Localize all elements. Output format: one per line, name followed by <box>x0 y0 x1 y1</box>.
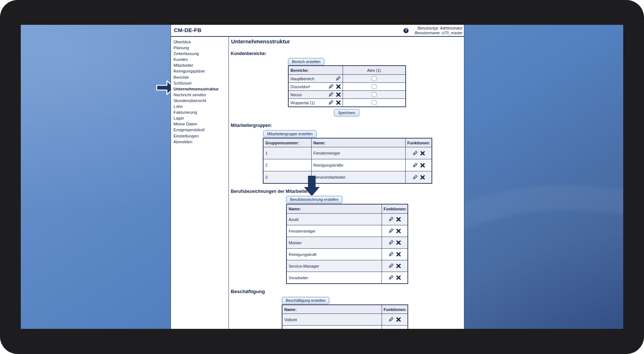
sidebar-item[interactable]: Meine Daten <box>173 121 229 127</box>
delete-x-icon[interactable] <box>336 92 341 97</box>
edit-pencil-icon[interactable] <box>388 275 394 280</box>
edit-pencil-icon[interactable] <box>412 151 418 156</box>
gruppe-row: 1 Fensterreiniger <box>263 147 432 159</box>
speichern-button[interactable]: Speichern <box>334 109 359 116</box>
edit-pencil-icon[interactable] <box>335 76 341 81</box>
edit-pencil-icon[interactable] <box>328 100 333 105</box>
column-header-funktionen: Funktionen: <box>405 138 432 147</box>
sidebar-item[interactable]: Mitarbeiter <box>173 62 229 68</box>
gruppen-name: Reinigungskräfte <box>311 159 405 171</box>
sidebar-item[interactable]: Reinigungspläne <box>173 68 229 74</box>
gruppe-row: 3 Servicemitarbeiter <box>263 171 432 184</box>
sidebar-item[interactable]: Stundenübersicht <box>173 98 229 104</box>
bereich-assign-checkbox[interactable] <box>372 100 376 105</box>
column-header-name: Name: <box>311 138 405 147</box>
berufsbezeichnung-row: Azubi <box>286 214 408 225</box>
column-header-funktionen: Funktionen: <box>382 305 408 314</box>
edit-pencil-icon[interactable] <box>388 252 394 257</box>
bereich-row: Wuppertal (1) <box>288 99 406 107</box>
beschaeftigung-name: Teilzeit <box>282 326 382 329</box>
edit-pencil-icon[interactable] <box>412 163 418 168</box>
beschaeftigung-table: Name: Funktionen: Vollzeit <box>282 304 408 329</box>
berufsbezeichnung-name: Reinigungskraft <box>286 249 382 260</box>
sidebar-item[interactable]: Zeiterfassung <box>173 51 229 57</box>
beschaeftigung-erstellen-button[interactable]: Beschäftigung erstellen <box>282 297 329 304</box>
sidebar-item[interactable]: Kunden <box>173 57 229 62</box>
berufsbezeichnungen-label: Berufsbezeichnungen der Mitarbeiter: <box>231 189 309 194</box>
sidebar-item[interactable]: Ereignisprotokoll <box>173 127 229 133</box>
edit-pencil-icon[interactable] <box>328 84 333 89</box>
gruppe-row: 2 Reinigungskräfte <box>263 159 432 171</box>
edit-pencil-icon[interactable] <box>388 317 394 322</box>
app-window: CM-DE-FB ? Benutzertyp: Administrator Be… <box>171 25 464 329</box>
bereich-assign-checkbox[interactable] <box>372 76 376 81</box>
delete-x-icon[interactable] <box>396 217 401 222</box>
column-header-alex: Alex (1) <box>343 66 406 75</box>
mitarbeitergruppe-erstellen-button[interactable]: Mitarbeitergruppe erstellen <box>264 131 316 137</box>
bereich-assign-checkbox[interactable] <box>372 84 376 89</box>
app-header: CM-DE-FB ? Benutzertyp: Administrator Be… <box>171 25 464 37</box>
sidebar-item[interactable]: Lager <box>173 115 229 121</box>
delete-x-icon[interactable] <box>420 151 425 156</box>
delete-x-icon[interactable] <box>420 163 425 168</box>
sidebar-item[interactable]: Planung <box>173 45 229 51</box>
bereich-name: Neuss <box>290 93 302 97</box>
bereich-name: Düsseldorf <box>290 85 310 89</box>
beschaeftigung-row: Teilzeit <box>282 326 408 329</box>
desktop-wallpaper: CM-DE-FB ? Benutzertyp: Administrator Be… <box>21 25 623 329</box>
edit-pencil-icon[interactable] <box>388 328 394 329</box>
delete-x-icon[interactable] <box>396 229 401 233</box>
delete-x-icon[interactable] <box>420 175 425 180</box>
delete-x-icon[interactable] <box>336 84 341 89</box>
berufsbezeichnung-row: Reinigungskraft <box>286 249 408 260</box>
app-title: CM-DE-FB <box>174 27 202 33</box>
edit-pencil-icon[interactable] <box>388 240 394 245</box>
delete-x-icon[interactable] <box>396 252 401 257</box>
delete-x-icon[interactable] <box>396 264 401 268</box>
gruppen-nummer: 1 <box>263 147 311 159</box>
delete-x-icon[interactable] <box>396 317 401 322</box>
gruppen-nummer: 2 <box>263 159 311 171</box>
delete-x-icon[interactable] <box>336 100 341 105</box>
edit-pencil-icon[interactable] <box>388 263 394 269</box>
sidebar-item[interactable]: Nachricht senden <box>173 92 229 98</box>
gruppen-nummer: 3 <box>263 171 311 184</box>
sidebar-item[interactable]: Schlüssel <box>173 80 229 86</box>
sidebar-item[interactable]: Lohn <box>173 104 229 109</box>
help-icon[interactable]: ? <box>403 28 409 33</box>
edit-pencil-icon[interactable] <box>328 92 333 97</box>
beschaeftigung-name: Vollzeit <box>282 314 382 326</box>
kundenbereiche-label: Kundenbereiche: <box>231 51 266 56</box>
berufsbezeichnung-row: Service-Manager <box>286 260 408 272</box>
bereich-assign-checkbox[interactable] <box>372 92 376 97</box>
sidebar-item[interactable]: Überblick <box>173 39 229 45</box>
gruppen-name: Fensterreiniger <box>311 147 405 159</box>
edit-pencil-icon[interactable] <box>412 175 418 180</box>
user-type-label: Benutzertyp: Administrator <box>415 26 462 31</box>
berufsbezeichnung-row: Meister <box>286 237 408 249</box>
bereich-row: Düsseldorf <box>288 83 406 91</box>
sidebar-item[interactable]: Fakturierung <box>173 109 229 115</box>
bereich-row: Neuss <box>288 91 406 99</box>
column-header-bereiche: Bereiche: <box>288 66 343 75</box>
bereich-name: Wuppertal (1) <box>290 101 315 105</box>
column-header-funktionen: Funktionen: <box>382 204 408 214</box>
bereich-erstellen-button[interactable]: Bereich erstellen <box>288 58 324 65</box>
sidebar-item[interactable]: Abmelden <box>173 139 229 145</box>
berufsbezeichnung-erstellen-button[interactable]: Berufsbezeichnung erstellen <box>286 196 342 203</box>
column-header-gruppennummer: Gruppennummer: <box>263 138 311 147</box>
sidebar-item[interactable]: Berichte <box>173 74 229 80</box>
edit-pencil-icon[interactable] <box>388 228 394 234</box>
delete-x-icon[interactable] <box>396 240 401 245</box>
berufsbezeichnung-name: Vorarbeiter <box>286 272 382 284</box>
delete-x-icon[interactable] <box>396 275 401 280</box>
sidebar-item[interactable]: Unternehmensstruktur <box>173 86 229 92</box>
main-content: Unternehmensstruktur Kundenbereiche: Ber… <box>229 37 464 329</box>
berufsbezeichnung-name: Meister <box>286 237 382 249</box>
bereich-name: Hauptbereich <box>290 77 314 81</box>
sidebar-nav: ÜberblickPlanungZeiterfassungKundenMitar… <box>171 37 229 329</box>
edit-pencil-icon[interactable] <box>388 217 394 222</box>
berufsbezeichnungen-table: Name: Funktionen: Azubi <box>286 204 408 284</box>
berufsbezeichnung-row: Fensterreinlger <box>286 225 408 237</box>
sidebar-item[interactable]: Einstellungen <box>173 133 229 139</box>
